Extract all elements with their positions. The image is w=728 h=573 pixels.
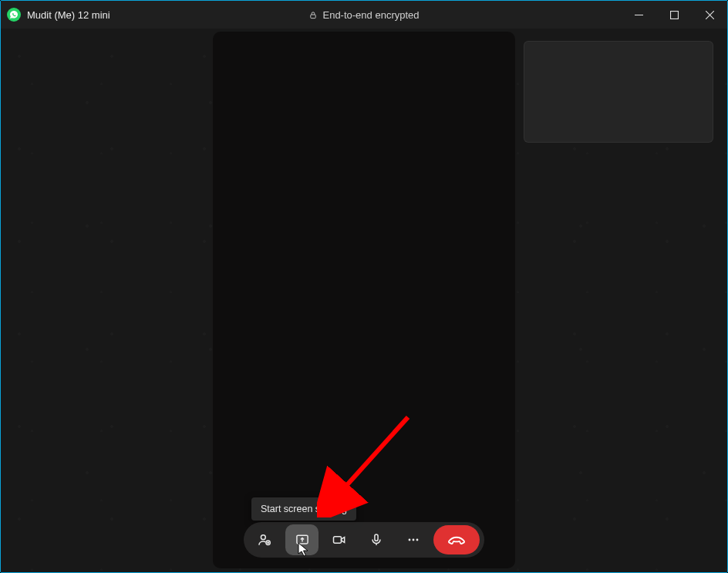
more-options-button[interactable] xyxy=(397,525,430,554)
screen-share-button[interactable] xyxy=(285,524,319,555)
window-title: Mudit (Me) 12 mini xyxy=(27,9,110,21)
minimize-button[interactable] xyxy=(621,1,656,29)
remote-video-card: Start screen sharing xyxy=(213,32,515,568)
add-person-icon xyxy=(257,532,272,548)
whatsapp-icon xyxy=(7,8,21,22)
self-video-thumbnail[interactable] xyxy=(524,41,713,143)
video-toggle-button[interactable] xyxy=(323,525,356,554)
video-icon xyxy=(332,532,347,548)
call-controls-bar xyxy=(244,522,484,558)
tooltip-text: Start screen sharing xyxy=(261,504,347,514)
svg-point-8 xyxy=(412,539,414,541)
svg-point-2 xyxy=(261,535,265,540)
titlebar: Mudit (Me) 12 mini End-to-end encrypted xyxy=(1,1,727,29)
svg-point-7 xyxy=(408,539,410,541)
close-button[interactable] xyxy=(692,1,727,29)
svg-rect-5 xyxy=(334,537,342,543)
add-participant-button[interactable] xyxy=(248,525,281,554)
screen-share-icon xyxy=(295,532,310,548)
lock-icon xyxy=(308,10,317,20)
svg-rect-1 xyxy=(670,11,678,19)
encryption-label: End-to-end encrypted xyxy=(322,9,419,21)
ellipsis-icon xyxy=(406,532,421,548)
svg-rect-0 xyxy=(311,15,315,19)
microphone-icon xyxy=(369,532,384,548)
maximize-button[interactable] xyxy=(656,1,692,29)
end-call-button[interactable] xyxy=(433,525,480,554)
phone-hangup-icon xyxy=(447,532,467,548)
svg-point-9 xyxy=(416,539,418,541)
tooltip-screen-share: Start screen sharing xyxy=(251,497,356,521)
window-controls xyxy=(621,1,727,29)
microphone-toggle-button[interactable] xyxy=(360,525,393,554)
encryption-status: End-to-end encrypted xyxy=(308,9,419,21)
svg-rect-6 xyxy=(375,534,378,541)
